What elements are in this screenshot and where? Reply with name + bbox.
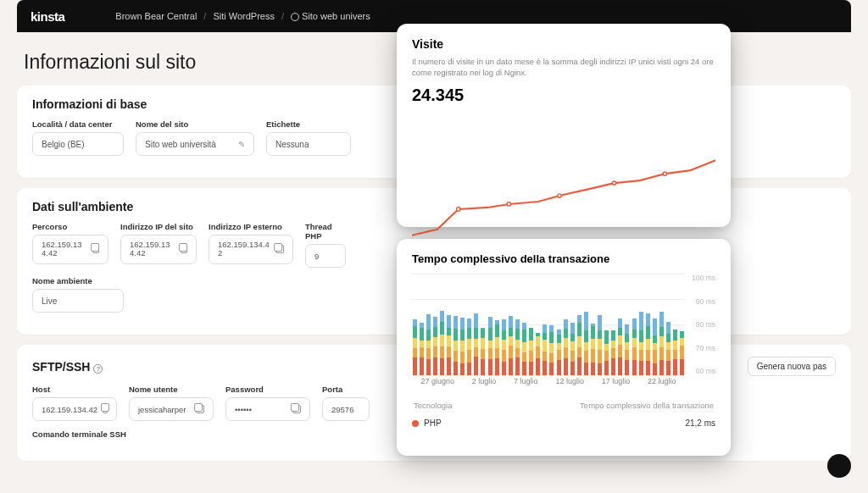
transaction-card: Tempo complessivo della transazione 100 … bbox=[397, 239, 731, 456]
siteip-label: Indirizzo IP del sito bbox=[120, 222, 197, 231]
sitename-label: Nome del sito bbox=[136, 119, 254, 129]
breadcrumb: Brown Bear Central / Siti WordPress / Si… bbox=[115, 11, 370, 21]
path-label: Percorso bbox=[32, 222, 108, 231]
locality-label: Località / data center bbox=[32, 119, 124, 129]
copy-icon[interactable] bbox=[103, 405, 108, 413]
copy-icon[interactable] bbox=[292, 405, 301, 413]
sftp-heading: SFTP/SSH? bbox=[32, 360, 103, 374]
visits-desc: Il numero di visite in un dato mese è la… bbox=[412, 56, 715, 79]
breadcrumb-item[interactable]: Siti WordPress bbox=[213, 11, 275, 21]
copy-icon[interactable] bbox=[275, 245, 284, 253]
breadcrumb-item[interactable]: Brown Bear Central bbox=[115, 11, 197, 21]
envname-value[interactable]: Live bbox=[32, 289, 124, 313]
user-label: Nome utente bbox=[129, 385, 214, 394]
host-label: Host bbox=[32, 385, 117, 394]
copy-icon[interactable] bbox=[181, 245, 187, 253]
svg-point-4 bbox=[663, 172, 666, 175]
generate-password-button[interactable]: Genera nuova pas bbox=[748, 357, 836, 376]
pass-value[interactable]: •••••• bbox=[225, 397, 310, 421]
tx-chart: 100 ms90 ms80 ms70 ms60 ms bbox=[412, 274, 715, 375]
logo: kinsta bbox=[31, 9, 64, 24]
siteip-value[interactable]: 162.159.134.42 bbox=[120, 235, 197, 264]
visits-title: Visite bbox=[412, 37, 715, 51]
help-fab[interactable] bbox=[827, 454, 851, 478]
locality-value[interactable]: Belgio (BE) bbox=[32, 132, 124, 156]
extip-label: Indirizzo IP esterno bbox=[209, 222, 293, 231]
wordpress-icon bbox=[291, 13, 299, 21]
visits-value: 24.345 bbox=[412, 86, 715, 105]
tx-ylabels: 100 ms90 ms80 ms70 ms60 ms bbox=[692, 274, 715, 375]
tags-label: Etichette bbox=[266, 119, 351, 129]
svg-point-2 bbox=[558, 193, 561, 197]
extip-value[interactable]: 162.159.134.42 bbox=[209, 235, 293, 264]
tx-title: Tempo complessivo della transazione bbox=[412, 252, 715, 265]
php-dot-icon bbox=[412, 420, 419, 427]
envname-label: Nome ambiente bbox=[32, 276, 124, 285]
tx-xaxis: 27 giugno2 luglio7 luglio12 luglio17 lug… bbox=[412, 377, 715, 385]
copy-icon[interactable] bbox=[92, 245, 99, 253]
threads-value[interactable]: 9 bbox=[305, 244, 346, 268]
host-value[interactable]: 162.159.134.42 bbox=[32, 397, 117, 421]
copy-icon[interactable] bbox=[196, 405, 204, 413]
port-label: Porta bbox=[322, 385, 370, 394]
threads-label: Thread PHP bbox=[305, 222, 346, 241]
tx-table-row: PHP 21,2 ms bbox=[412, 418, 715, 428]
ssh-label: Comando terminale SSH bbox=[32, 429, 168, 439]
edit-icon[interactable]: ✎ bbox=[238, 140, 245, 149]
svg-point-3 bbox=[612, 181, 615, 185]
pass-label: Password bbox=[225, 385, 310, 394]
port-value[interactable]: 29576 bbox=[322, 397, 370, 421]
visits-card: Visite Il numero di visite in un dato me… bbox=[397, 24, 731, 227]
tx-table-head: TecnologiaTempo complessivo della transa… bbox=[412, 401, 715, 410]
sitename-value[interactable]: Sito web università✎ bbox=[136, 132, 254, 156]
svg-point-0 bbox=[457, 207, 460, 210]
user-value[interactable]: jessicaharper bbox=[129, 397, 214, 421]
tx-bars bbox=[412, 274, 685, 375]
path-value[interactable]: 162.159.134.42 bbox=[32, 235, 108, 264]
tags-value[interactable]: Nessuna bbox=[266, 132, 351, 156]
breadcrumb-item[interactable]: Sito web univers bbox=[291, 11, 370, 21]
help-icon[interactable]: ? bbox=[93, 364, 103, 374]
svg-point-1 bbox=[507, 202, 510, 205]
